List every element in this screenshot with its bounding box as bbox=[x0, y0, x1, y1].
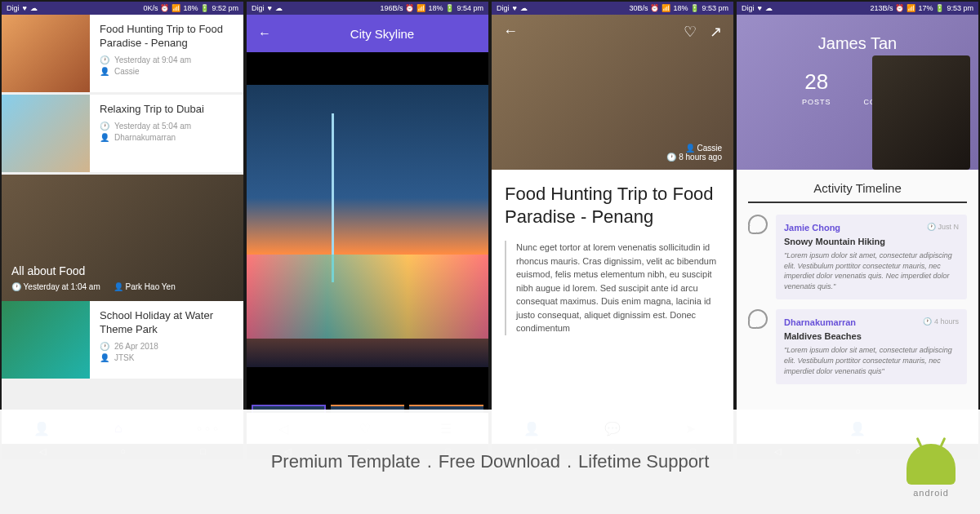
gallery-title: City Skyline bbox=[287, 27, 477, 41]
feed-card[interactable]: School Holiday at Water Theme Park 🕐26 A… bbox=[2, 301, 243, 379]
heart-icon[interactable]: ♡ bbox=[684, 23, 697, 41]
screen-feed: Digi♥☁ 0K/s⏰📶18%🔋9:52 pm Food Hunting Tr… bbox=[2, 2, 243, 459]
user-icon: 👤 bbox=[100, 353, 109, 362]
posts-stat[interactable]: 28 POSTS bbox=[802, 69, 831, 106]
profile-name: James Tan bbox=[818, 34, 897, 53]
article-text: Nunc eget tortor at lorem venenatis soll… bbox=[505, 241, 720, 335]
thumbnail bbox=[2, 15, 90, 92]
user-icon: 👤 bbox=[100, 133, 109, 142]
user-icon: 👤 bbox=[100, 67, 109, 76]
status-bar: Digi♥☁ 0K/s⏰📶18%🔋9:52 pm bbox=[2, 2, 243, 15]
feed-hero-card[interactable]: All about Food 🕐 Yesterday at 1:04 am 👤 … bbox=[2, 175, 243, 301]
screen-article: Digi♥☁ 30B/s⏰📶18%🔋9:53 pm ← ♡ ↗ 👤 Cassie… bbox=[492, 2, 733, 459]
timeline-item[interactable]: Jamie Chong🕐 Just N Snowy Mountain Hikin… bbox=[748, 215, 967, 299]
card-title: Relaxing Trip to Dubai bbox=[100, 103, 234, 117]
main-image[interactable] bbox=[247, 85, 488, 367]
screen-gallery: Digi♥☁ 196B/s⏰📶18%🔋9:54 pm ← City Skylin… bbox=[247, 2, 488, 459]
card-title: Food Hunting Trip to Food Paradise - Pen… bbox=[100, 23, 234, 51]
clock-icon: 🕐 bbox=[100, 122, 109, 131]
back-arrow-icon[interactable]: ← bbox=[503, 23, 518, 41]
clock-icon: 🕐 bbox=[11, 282, 21, 291]
back-arrow-icon[interactable]: ← bbox=[258, 26, 271, 41]
screen-profile: Digi♥☁ 213B/s⏰📶17%🔋9:53 pm James Tan 28 … bbox=[737, 2, 978, 459]
android-logo: android bbox=[906, 444, 956, 498]
wifi-icon: 📶 bbox=[172, 4, 180, 12]
feed-card[interactable]: Relaxing Trip to Dubai 🕐Yesterday at 5:0… bbox=[2, 95, 243, 172]
card-title: School Holiday at Water Theme Park bbox=[100, 309, 234, 337]
heart-icon: ♥ bbox=[23, 4, 27, 12]
article-title: Food Hunting Trip to Food Paradise - Pen… bbox=[505, 183, 720, 228]
battery-icon: 🔋 bbox=[200, 4, 209, 12]
clock-icon: 🕐 bbox=[100, 55, 109, 64]
share-icon[interactable]: ↗ bbox=[710, 23, 722, 41]
status-bar: Digi♥☁ 213B/s⏰📶17%🔋9:53 pm bbox=[737, 2, 978, 15]
status-bar: Digi♥☁ 30B/s⏰📶18%🔋9:53 pm bbox=[492, 2, 733, 15]
timeline-header: Activity Timeline bbox=[748, 181, 967, 203]
hero-title: All about Food bbox=[11, 264, 234, 277]
globe-icon: ☁ bbox=[30, 4, 38, 12]
user-icon: 👤 bbox=[685, 144, 695, 153]
article-hero: ← ♡ ↗ 👤 Cassie 🕐 8 hours ago bbox=[492, 15, 733, 170]
promo-footer: Premium Template . Free Download . Lifet… bbox=[0, 410, 980, 514]
gallery-header: ← City Skyline bbox=[247, 15, 488, 52]
alarm-icon: ⏰ bbox=[160, 4, 169, 12]
clock-icon: 🕐 bbox=[666, 153, 676, 162]
avatar[interactable] bbox=[872, 55, 970, 170]
clock-icon: 🕐 bbox=[927, 223, 936, 231]
status-bar: Digi♥☁ 196B/s⏰📶18%🔋9:54 pm bbox=[247, 2, 488, 15]
timeline-item[interactable]: Dharnakumarran🕐 4 hours Maldives Beaches… bbox=[748, 309, 967, 384]
clock-icon: 🕐 bbox=[100, 342, 109, 351]
comment-icon bbox=[748, 309, 768, 329]
feed-card[interactable]: Food Hunting Trip to Food Paradise - Pen… bbox=[2, 15, 243, 92]
thumbnail bbox=[2, 95, 90, 172]
user-icon: 👤 bbox=[114, 282, 123, 291]
profile-hero: James Tan 28 POSTS 98 COMMENTS bbox=[737, 15, 978, 170]
comment-icon bbox=[748, 215, 768, 234]
thumbnail bbox=[2, 301, 90, 379]
clock-icon: 🕐 bbox=[923, 317, 932, 326]
